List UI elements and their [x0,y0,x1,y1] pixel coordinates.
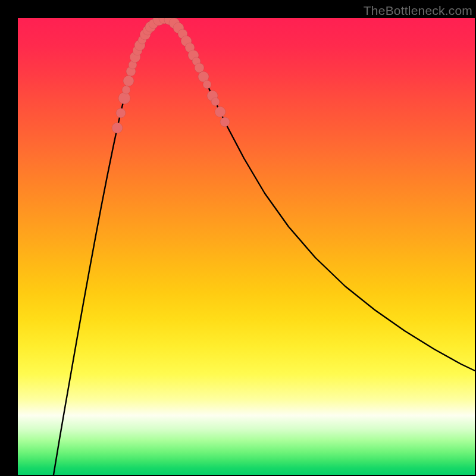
curve-layer [18,18,475,475]
curve-dot [203,80,211,89]
plot-area [18,18,475,475]
curve-dot [122,86,130,94]
watermark-text: TheBottleneck.com [364,4,472,18]
chart-frame: TheBottleneck.com [0,0,476,476]
curve-dot [112,123,123,133]
curve-dot [195,63,204,73]
curve-dots [112,18,230,133]
curve-dot [118,92,130,104]
curve-dot [220,117,230,127]
bottleneck-curve [54,18,475,475]
curve-dot [215,107,226,117]
curve-dot [211,98,220,106]
curve-dot [116,108,126,118]
curve-dot [123,76,134,86]
